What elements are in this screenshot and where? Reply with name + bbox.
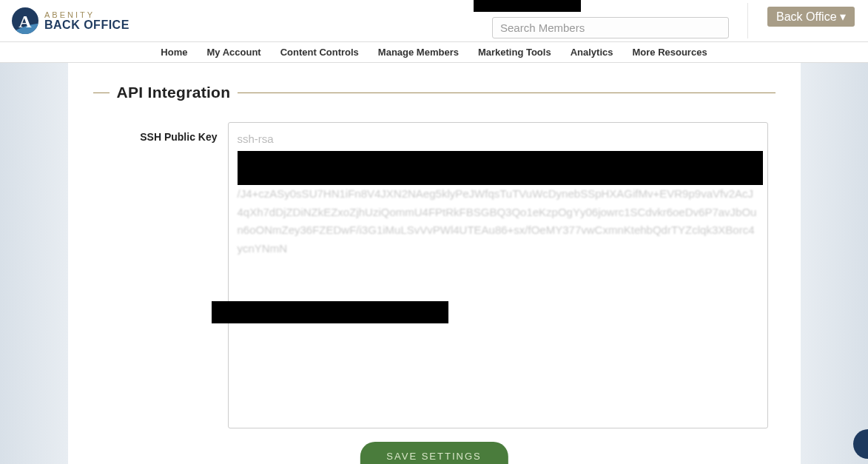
nav-more-resources[interactable]: More Resources — [622, 47, 716, 58]
logo-icon: A — [12, 7, 38, 34]
main-nav: Home My Account Content Controls Manage … — [0, 42, 868, 63]
nav-home[interactable]: Home — [151, 47, 197, 58]
nav-marketing-tools[interactable]: Marketing Tools — [468, 47, 561, 58]
redacted-block — [212, 301, 448, 323]
save-settings-button[interactable]: SAVE SETTINGS — [360, 442, 508, 464]
ssh-public-key-input[interactable]: ssh-rsa /J4+czASy0sSU7HN1iFn8V4JXN2NAeg5… — [228, 122, 768, 428]
brand-top: ABENITY — [44, 11, 129, 19]
logo[interactable]: A ABENITY BACK OFFICE — [12, 7, 129, 34]
section-title: API Integration — [117, 84, 231, 101]
redacted-block — [474, 0, 581, 12]
nav-manage-members[interactable]: Manage Members — [369, 47, 468, 58]
divider — [747, 3, 748, 38]
brand-bottom: BACK OFFICE — [44, 19, 129, 31]
redacted-block — [238, 151, 763, 185]
nav-content-controls[interactable]: Content Controls — [271, 47, 369, 58]
back-office-dropdown[interactable]: Back Office ▾ — [767, 7, 855, 27]
nav-my-account[interactable]: My Account — [197, 47, 270, 58]
nav-analytics[interactable]: Analytics — [561, 47, 623, 58]
divider — [238, 93, 775, 93]
divider — [93, 93, 110, 93]
ssh-key-label: SSH Public Key — [93, 122, 218, 428]
search-input[interactable] — [492, 17, 729, 38]
